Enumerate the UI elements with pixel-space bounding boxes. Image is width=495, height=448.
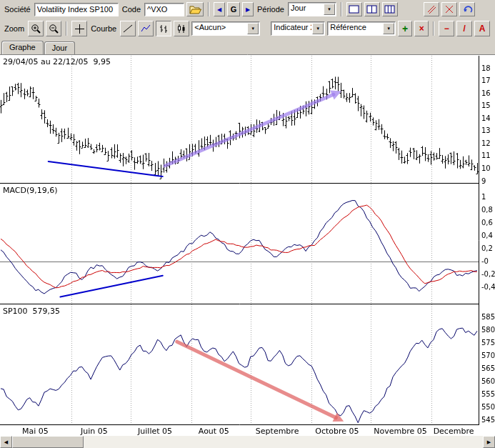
- toolbar-main: Société Code ◀ G ▶ Période Jour ▼: [0, 0, 495, 19]
- societe-label: Société: [3, 5, 32, 14]
- chevron-down-icon[interactable]: ▼: [312, 23, 324, 34]
- add-indicator-button[interactable]: +: [398, 21, 412, 36]
- indicateur-combo[interactable]: Indicateur 2 ▼: [271, 21, 325, 36]
- arrow-left-icon: ◀: [217, 6, 221, 13]
- scroll-left-button[interactable]: ◀: [0, 436, 12, 448]
- arrow-right-icon: ▶: [487, 439, 491, 445]
- chart-canvas[interactable]: [0, 54, 495, 436]
- periode-label: Période: [256, 5, 286, 14]
- folder-open-icon: [189, 5, 201, 14]
- dropdown-glyph: ▼: [386, 26, 391, 31]
- remove-indicator-button[interactable]: ×: [414, 21, 429, 36]
- tab-jour[interactable]: Jour: [44, 41, 75, 54]
- three-pane-icon: [384, 5, 395, 14]
- ohlc-bars-icon: [159, 24, 169, 34]
- scrollbar-thumb[interactable]: [12, 436, 84, 448]
- chevron-down-icon[interactable]: ▼: [324, 4, 335, 15]
- toolbar-separator: [341, 2, 342, 16]
- reference-value: Référence: [328, 22, 382, 35]
- diagonal-line-icon: /: [464, 24, 466, 33]
- tab-graphe[interactable]: Graphe: [1, 41, 44, 55]
- reference-combo[interactable]: Référence ▼: [327, 21, 396, 36]
- candles-style-button[interactable]: [174, 21, 189, 36]
- horizontal-line-icon: −: [444, 24, 449, 33]
- candlestick-icon: [176, 24, 186, 34]
- single-pane-icon: [349, 5, 359, 14]
- open-file-button[interactable]: [186, 2, 204, 16]
- dropdown-glyph: ▼: [316, 26, 320, 31]
- zoom-in-button[interactable]: [28, 21, 44, 36]
- draw-trendline-button[interactable]: /: [456, 21, 472, 36]
- tab-bar: Graphe Jour: [0, 39, 495, 54]
- chevron-down-icon[interactable]: ▼: [247, 23, 259, 34]
- crosshair-button[interactable]: [71, 21, 87, 36]
- arrow-left-icon: ◀: [4, 439, 8, 445]
- code-label: Code: [121, 5, 142, 14]
- dropdown-glyph: ▼: [327, 7, 331, 11]
- draw-horizontal-line-button[interactable]: −: [439, 21, 454, 36]
- overlay-value: <Aucun>: [192, 22, 246, 35]
- arrow-right-icon: ▶: [246, 6, 250, 13]
- scroll-right-button[interactable]: ▶: [483, 436, 495, 448]
- nav-previous-button[interactable]: ◀: [214, 2, 225, 16]
- zoom-out-button[interactable]: [46, 21, 61, 36]
- curve-style-button[interactable]: [138, 21, 154, 36]
- undo-button[interactable]: [459, 2, 475, 16]
- cross-lines-icon: [444, 4, 454, 14]
- dropdown-glyph: ▼: [251, 26, 255, 31]
- zoom-in-icon: [31, 24, 41, 34]
- courbe-label: Courbe: [89, 24, 118, 33]
- layout-three-pane-button[interactable]: [382, 2, 398, 16]
- scrollbar-track[interactable]: [12, 436, 483, 448]
- plus-icon: +: [402, 24, 408, 34]
- bars-style-button[interactable]: [156, 21, 171, 36]
- undo-icon: [462, 4, 473, 14]
- crosshair-icon: [74, 24, 85, 34]
- nav-g-button[interactable]: G: [227, 2, 240, 16]
- line-icon: [123, 24, 133, 34]
- parallel-lines-icon: [426, 4, 436, 14]
- zoom-label: Zoom: [3, 24, 26, 33]
- chevron-down-icon[interactable]: ▼: [383, 23, 394, 34]
- zigzag-line-icon: [141, 24, 151, 34]
- layout-two-pane-button[interactable]: [364, 2, 380, 16]
- nav-g-label: G: [231, 5, 237, 14]
- toolbar-tools: Zoom Courbe: [0, 19, 495, 39]
- charting-app-window: Société Code ◀ G ▶ Période Jour ▼: [0, 0, 495, 448]
- code-input[interactable]: [144, 3, 184, 16]
- indicateur-value: Indicateur 2: [271, 22, 311, 35]
- layout-single-pane-button[interactable]: [346, 2, 362, 16]
- draw-cross-lines-button[interactable]: [441, 2, 457, 16]
- toolbar-separator: [208, 2, 209, 16]
- zoom-out-icon: [49, 24, 59, 34]
- periode-value: Jour: [289, 3, 323, 16]
- add-text-annotation-button[interactable]: A: [474, 21, 490, 36]
- societe-input[interactable]: [34, 3, 119, 16]
- chart-area: [0, 54, 495, 436]
- horizontal-scrollbar: ◀ ▶: [0, 436, 495, 448]
- toolbar-separator: [433, 21, 434, 36]
- close-icon: ×: [419, 24, 424, 33]
- periode-combo[interactable]: Jour ▼: [288, 2, 336, 16]
- text-annotation-icon: A: [479, 24, 486, 33]
- two-pane-icon: [366, 5, 377, 14]
- line-style-button[interactable]: [120, 21, 136, 36]
- overlay-combo[interactable]: <Aucun> ▼: [191, 21, 260, 36]
- toolbar-separator: [66, 21, 67, 36]
- nav-next-button[interactable]: ▶: [242, 2, 254, 16]
- draw-parallel-lines-button[interactable]: [424, 2, 439, 16]
